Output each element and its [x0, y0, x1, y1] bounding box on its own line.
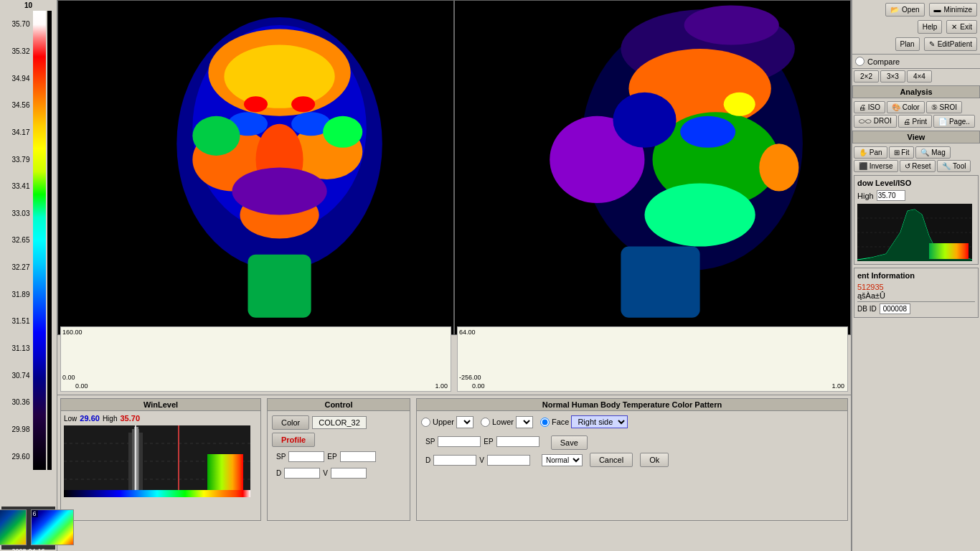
scale-val-8: 32.65: [6, 227, 32, 254]
d-input-control[interactable]: [284, 468, 320, 479]
sroi-icon: ⑤: [931, 103, 938, 111]
right-chart-y-bottom: -256.00: [459, 374, 481, 381]
window-level-section: dow Level/ISO High: [854, 175, 979, 265]
grid-2x2-button[interactable]: 2×2: [854, 70, 879, 83]
iso-button[interactable]: 🖨 ISO: [854, 101, 885, 113]
right-thermal-image[interactable]: [454, 0, 851, 335]
color-analysis-button[interactable]: 🎨 Color: [887, 101, 925, 113]
left-thermal-svg: [58, 1, 453, 334]
thumbnail-1[interactable]: 1: [0, 509, 27, 545]
right-chart-x-right: 1.00: [831, 382, 844, 390]
page-button[interactable]: 📄 Page..: [933, 115, 975, 128]
svg-point-11: [244, 96, 268, 112]
scale-val-14: 30.36: [6, 389, 32, 416]
scale-black-bar: [47, 11, 52, 470]
mag-button[interactable]: 🔍 Mag: [915, 146, 950, 159]
print-icon: 🖨: [903, 118, 910, 126]
minimize-icon: ▬: [934, 6, 941, 14]
compare-radio[interactable]: [855, 57, 864, 66]
help-button[interactable]: Help: [918, 20, 943, 34]
scale-val-0: 35.70: [6, 11, 32, 38]
sp-label-body: SP: [425, 438, 435, 446]
minimize-button[interactable]: ▬ Minimize: [929, 3, 977, 17]
histogram-area[interactable]: [64, 425, 250, 497]
plan-button[interactable]: Plan: [895, 37, 920, 51]
ep-input-control[interactable]: [340, 451, 376, 462]
svg-point-24: [680, 116, 735, 148]
v-label-control: V: [323, 469, 328, 477]
edit-patient-button[interactable]: ✎ EditPatient: [924, 37, 977, 51]
exit-label: Exit: [960, 23, 972, 31]
v-input-control[interactable]: [331, 468, 367, 479]
d-input-body[interactable]: [433, 455, 476, 466]
sp-input-body[interactable]: [438, 436, 481, 447]
thumbnail-2[interactable]: 6: [31, 509, 74, 545]
lower-dropdown[interactable]: [516, 416, 533, 428]
normal-dropdown[interactable]: Normal: [542, 454, 583, 466]
high-wl-label: High: [857, 192, 874, 200]
droi-button[interactable]: ⬭⬭ DROI: [854, 115, 897, 128]
low-value: 29.60: [80, 414, 100, 423]
face-radio[interactable]: [540, 418, 550, 427]
high-label: High: [103, 415, 118, 423]
lower-label: Lower: [492, 418, 514, 426]
help-label: Help: [923, 23, 938, 31]
upper-radio[interactable]: [421, 418, 430, 427]
d-label-control: D: [276, 469, 281, 477]
page-icon: 📄: [938, 118, 947, 126]
high-wl-input[interactable]: [877, 190, 905, 201]
scale-val-12: 31.13: [6, 335, 32, 362]
edit-icon: ✎: [929, 40, 935, 48]
pan-label: Pan: [870, 149, 882, 156]
svg-point-27: [613, 93, 676, 148]
grid-3x3-button[interactable]: 3×3: [880, 70, 905, 83]
date-label: 2008-04-16: [11, 547, 44, 551]
mini-histogram: [857, 204, 972, 261]
sp-input-control[interactable]: [288, 451, 324, 462]
svg-point-23: [644, 183, 755, 246]
d-label-body: D: [425, 456, 430, 464]
right-chart-y-top: 64.00: [459, 329, 476, 336]
svg-point-29: [684, 6, 779, 45]
fit-icon: ⊞: [894, 149, 900, 156]
upper-dropdown[interactable]: [456, 416, 473, 428]
grid-4x4-button[interactable]: 4×4: [907, 70, 932, 83]
ep-input-body[interactable]: [496, 436, 540, 447]
inverse-button[interactable]: ⬛ Inverse: [854, 160, 898, 172]
reset-button[interactable]: ↺ Reset: [900, 160, 936, 172]
right-sidebar: 📂 Open ▬ Minimize Help ✕ Exit: [851, 0, 980, 551]
thumbnail-strip: 1 6 2008-04-16 ±č̃â̂ê: [1, 507, 55, 550]
histogram-svg: [64, 425, 250, 497]
left-thermal-image[interactable]: [57, 0, 454, 335]
fit-button[interactable]: ⊞ Fit: [889, 146, 915, 159]
profile-button[interactable]: Profile: [272, 433, 315, 447]
right-thermal-svg: [455, 1, 850, 334]
pan-button[interactable]: ✋ Pan: [854, 146, 887, 159]
scale-val-15: 29.98: [6, 416, 32, 443]
scale-val-5: 33.79: [6, 146, 32, 173]
left-chart-x-left: 0.00: [75, 382, 88, 390]
face-dropdown[interactable]: Right side Left side Front: [571, 415, 628, 428]
lower-radio[interactable]: [481, 418, 490, 427]
cancel-button[interactable]: Cancel: [590, 453, 633, 467]
save-button[interactable]: Save: [551, 435, 588, 450]
sroi-button[interactable]: ⑤ SROI: [926, 101, 962, 113]
sp-label-control: SP: [276, 453, 286, 461]
open-button[interactable]: 📂 Open: [885, 3, 924, 17]
scale-val-2: 34.94: [6, 65, 32, 92]
svg-rect-13: [248, 255, 311, 318]
view-buttons: ✋ Pan ⊞ Fit 🔍 Mag ⬛ Inverse ↺ Reset 🔧 To: [852, 145, 980, 174]
droi-icon: ⬭⬭: [859, 117, 872, 125]
v-label-body: V: [479, 456, 484, 464]
winlevel-panel: WinLevel Low 29.60 High 35.70: [60, 398, 261, 521]
v-input-body[interactable]: [487, 455, 530, 466]
iso-label: ISO: [868, 103, 880, 111]
right-image-section: Normal Line Profile: [454, 0, 851, 323]
tool-button[interactable]: 🔧 Tool: [937, 160, 971, 172]
scale-val-16: 29.60: [6, 443, 32, 470]
svg-rect-39: [64, 490, 250, 497]
color-button[interactable]: Color: [272, 415, 309, 430]
ok-button[interactable]: Ok: [640, 453, 669, 467]
exit-button[interactable]: ✕ Exit: [946, 20, 977, 34]
print-button[interactable]: 🖨 Print: [898, 115, 932, 128]
